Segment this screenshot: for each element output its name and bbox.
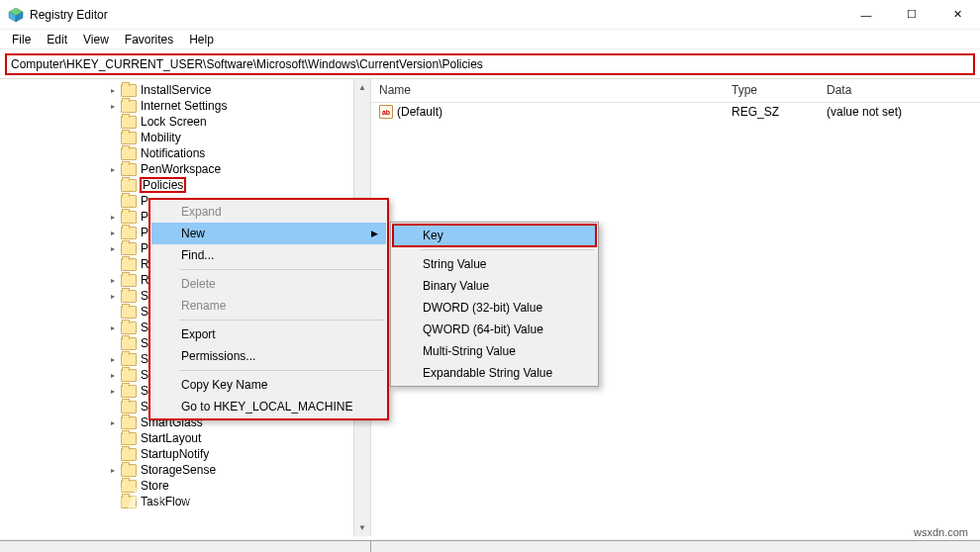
folder-icon <box>121 369 137 382</box>
ctx-new-string[interactable]: String Value <box>393 253 596 275</box>
expand-icon[interactable]: ▸ <box>107 163 119 175</box>
address-bar[interactable]: Computer\HKEY_CURRENT_USER\Software\Micr… <box>5 53 975 75</box>
expand-icon[interactable] <box>107 116 119 128</box>
expand-icon[interactable]: ▸ <box>107 84 119 96</box>
tree-item-label: InstallService <box>141 83 211 97</box>
expand-icon[interactable] <box>107 306 119 318</box>
expand-icon[interactable] <box>107 496 119 507</box>
tree-item[interactable]: ▸Internet Settings <box>0 98 370 114</box>
ctx-new-qword[interactable]: QWORD (64-bit) Value <box>393 319 596 340</box>
status-bar <box>0 540 980 552</box>
folder-icon <box>121 306 137 319</box>
value-name-cell: ab (Default) <box>371 105 724 119</box>
tree-item[interactable]: ▸PenWorkspace <box>0 161 370 177</box>
tree-item[interactable]: Policies <box>0 177 370 193</box>
expand-icon[interactable]: ▸ <box>107 464 119 476</box>
close-button[interactable]: ✕ <box>934 0 980 30</box>
scroll-down-button[interactable]: ▼ <box>354 519 370 536</box>
expand-icon[interactable] <box>107 132 119 143</box>
menu-help[interactable]: Help <box>181 31 222 48</box>
menu-file[interactable]: File <box>4 31 39 48</box>
ctx-copy-key-name[interactable]: Copy Key Name <box>151 374 386 396</box>
ctx-find[interactable]: Find... <box>151 244 386 266</box>
folder-icon <box>121 211 137 224</box>
folder-icon <box>121 337 137 350</box>
menu-edit[interactable]: Edit <box>39 31 75 48</box>
expand-icon[interactable]: ▸ <box>107 353 119 365</box>
expand-icon[interactable] <box>107 195 119 207</box>
expand-icon[interactable] <box>107 432 119 444</box>
menu-view[interactable]: View <box>75 31 117 48</box>
scroll-up-button[interactable]: ▲ <box>354 79 370 96</box>
ctx-delete[interactable]: Delete <box>151 273 386 295</box>
ctx-goto-hklm[interactable]: Go to HKEY_LOCAL_MACHINE <box>151 396 386 417</box>
tree-item-label: Lock Screen <box>141 115 207 129</box>
string-value-icon: ab <box>379 105 393 119</box>
folder-icon <box>121 353 137 366</box>
ctx-new[interactable]: New ▶ <box>151 223 386 244</box>
tree-item[interactable]: ▸InstallService <box>0 82 370 98</box>
expand-icon[interactable]: ▸ <box>107 369 119 381</box>
folder-icon <box>121 100 137 113</box>
expand-icon[interactable]: ▸ <box>107 322 119 333</box>
tree-item[interactable]: TaskFlow <box>0 494 370 509</box>
expand-icon[interactable] <box>107 147 119 159</box>
ctx-rename[interactable]: Rename <box>151 295 386 317</box>
folder-icon <box>121 416 137 429</box>
folder-icon <box>121 401 137 414</box>
expand-icon[interactable]: ▸ <box>107 242 119 254</box>
list-header: Name Type Data <box>371 79 980 103</box>
tree-item-label: Internet Settings <box>141 99 227 113</box>
minimize-button[interactable]: — <box>843 0 889 30</box>
col-type[interactable]: Type <box>724 79 819 102</box>
tree-item[interactable]: Notifications <box>0 145 370 161</box>
maximize-button[interactable]: ☐ <box>889 0 934 30</box>
tree-item[interactable]: Store <box>0 478 370 494</box>
expand-icon[interactable] <box>107 448 119 460</box>
address-path: Computer\HKEY_CURRENT_USER\Software\Micr… <box>11 57 483 71</box>
folder-icon <box>121 464 137 477</box>
col-data[interactable]: Data <box>819 79 980 102</box>
window-controls: — ☐ ✕ <box>843 0 980 30</box>
separator <box>179 269 384 270</box>
tree-item-label: StartLayout <box>141 431 201 445</box>
expand-icon[interactable]: ▸ <box>107 290 119 302</box>
expand-icon[interactable]: ▸ <box>107 227 119 238</box>
folder-icon <box>121 274 137 287</box>
tree-item-label: PenWorkspace <box>141 162 221 176</box>
folder-icon <box>121 132 137 144</box>
ctx-expand[interactable]: Expand <box>151 201 386 223</box>
ctx-new-dword[interactable]: DWORD (32-bit) Value <box>393 297 596 319</box>
expand-icon[interactable]: ▸ <box>107 385 119 397</box>
value-name: (Default) <box>397 105 442 119</box>
tree-item[interactable]: StartupNotify <box>0 446 370 462</box>
tree-item-label: Policies <box>141 178 185 192</box>
ctx-new-key[interactable]: Key <box>393 225 596 246</box>
tree-item[interactable]: StartLayout <box>0 430 370 446</box>
ctx-new-expandstring[interactable]: Expandable String Value <box>393 362 596 384</box>
ctx-new-multistring[interactable]: Multi-String Value <box>393 340 596 362</box>
menu-favorites[interactable]: Favorites <box>117 31 181 48</box>
ctx-new-label: New <box>181 227 205 240</box>
tree-item[interactable]: Mobility <box>0 130 370 145</box>
col-name[interactable]: Name <box>371 79 724 102</box>
list-row[interactable]: ab (Default) REG_SZ (value not set) <box>371 103 980 121</box>
expand-icon[interactable]: ▸ <box>107 100 119 112</box>
ctx-new-binary[interactable]: Binary Value <box>393 275 596 297</box>
tree-item[interactable]: ▸StorageSense <box>0 462 370 478</box>
tree-item-label: StartupNotify <box>141 447 209 461</box>
expand-icon[interactable]: ▸ <box>107 416 119 428</box>
expand-icon[interactable] <box>107 480 119 492</box>
expand-icon[interactable]: ▸ <box>107 211 119 223</box>
expand-icon[interactable] <box>107 258 119 270</box>
tree-item[interactable]: Lock Screen <box>0 114 370 130</box>
folder-icon <box>121 448 137 461</box>
expand-icon[interactable]: ▸ <box>107 274 119 286</box>
brand-label: wsxdn.com <box>912 526 970 538</box>
ctx-permissions[interactable]: Permissions... <box>151 345 386 367</box>
ctx-export[interactable]: Export <box>151 323 386 345</box>
expand-icon[interactable] <box>107 337 119 349</box>
expand-icon[interactable] <box>107 401 119 413</box>
expand-icon[interactable] <box>107 179 119 191</box>
folder-icon <box>121 116 137 129</box>
